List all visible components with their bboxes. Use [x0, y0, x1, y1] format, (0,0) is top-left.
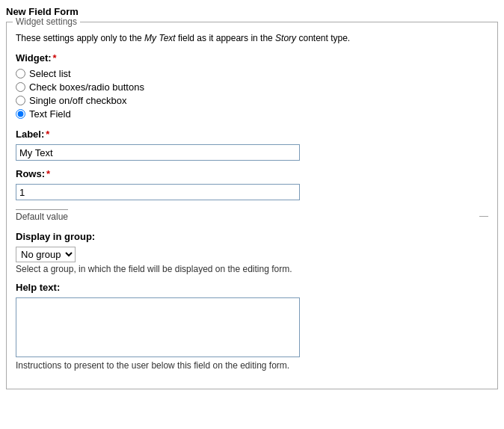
display-group-section: Display in group: No group Select a grou… [16, 231, 488, 274]
default-value-row: Default value — [16, 208, 488, 222]
content-type-em: Story [275, 33, 296, 43]
widget-label: Widget:* [16, 52, 488, 64]
rows-field-label: Rows:* [16, 168, 488, 179]
group-hint: Select a group, in which the field will … [16, 264, 488, 274]
radio-select-list[interactable] [16, 69, 25, 78]
label-input[interactable] [16, 144, 300, 161]
help-textarea-wrapper [16, 297, 300, 357]
rows-required-star: * [46, 168, 50, 179]
radio-text-field-label: Text Field [29, 108, 71, 120]
display-group-label: Display in group: [16, 231, 488, 242]
help-text-label: Help text: [16, 282, 488, 293]
field-name-em: My Text [144, 33, 176, 43]
default-value-label: Default value [16, 209, 68, 222]
radio-checkboxes[interactable] [16, 82, 25, 92]
label-section: Label:* [16, 129, 488, 161]
widget-settings-fieldset: Widget settings These settings apply onl… [6, 22, 498, 389]
label-field-label: Label:* [16, 129, 488, 140]
radio-checkboxes-label: Check boxes/radio buttons [29, 81, 144, 93]
help-text-section: Help text: Instructions to present to th… [16, 282, 488, 371]
page-title: New Field Form [6, 6, 498, 17]
radio-option-checkboxes[interactable]: Check boxes/radio buttons [16, 81, 488, 93]
radio-single-checkbox-label: Single on/off checkbox [29, 95, 127, 106]
group-select[interactable]: No group [16, 247, 76, 262]
widget-required-star: * [53, 52, 57, 64]
widget-radio-group: Select list Check boxes/radio buttons Si… [16, 68, 488, 120]
fieldset-legend: Widget settings [13, 16, 80, 27]
radio-option-text-field[interactable]: Text Field [16, 108, 488, 120]
radio-option-single-checkbox[interactable]: Single on/off checkbox [16, 95, 488, 106]
help-textarea[interactable] [16, 297, 300, 357]
default-value-dash: — [479, 211, 488, 221]
widget-section: Widget:* Select list Check boxes/radio b… [16, 52, 488, 120]
radio-select-list-label: Select list [29, 68, 71, 79]
help-hint: Instructions to present to the user belo… [16, 360, 488, 371]
rows-section: Rows:* [16, 168, 488, 200]
description-text: These settings apply only to the My Text… [16, 33, 488, 43]
label-required-star: * [46, 129, 49, 140]
radio-option-select-list[interactable]: Select list [16, 68, 488, 79]
radio-single-checkbox[interactable] [16, 96, 25, 105]
radio-text-field[interactable] [16, 109, 25, 119]
rows-input[interactable] [16, 184, 300, 200]
